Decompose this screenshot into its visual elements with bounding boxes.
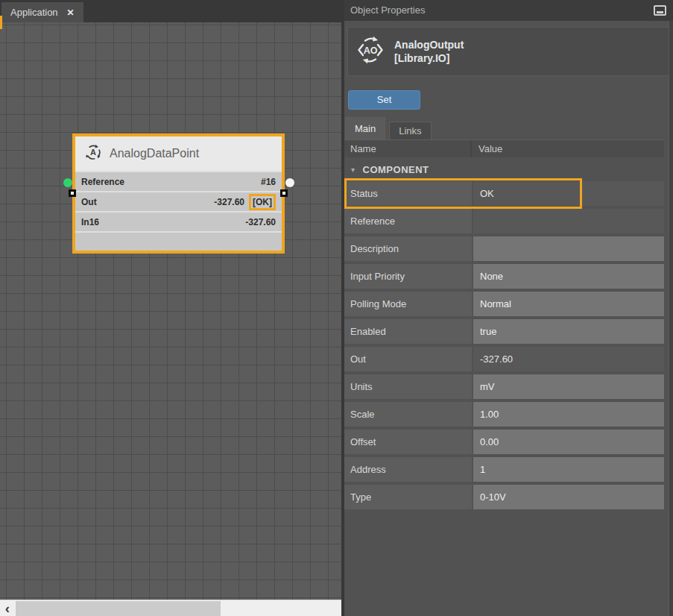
- property-name: Reference: [344, 209, 472, 233]
- property-value[interactable]: [473, 209, 664, 233]
- svg-text:A: A: [90, 148, 96, 157]
- analog-cycle-icon: A: [84, 143, 102, 164]
- object-header: AO AnalogOutput [Library.IO]: [347, 27, 670, 76]
- property-row[interactable]: Enabled true: [344, 319, 664, 344]
- analog-output-icon: AO: [356, 35, 385, 68]
- tab-close-icon[interactable]: ✕: [67, 7, 75, 18]
- property-value[interactable]: 0-10V: [473, 485, 664, 509]
- horizontal-scrollbar[interactable]: ‹: [0, 600, 341, 616]
- panel-titlebar: Object Properties: [344, 0, 673, 21]
- property-value[interactable]: 1.00: [473, 402, 664, 427]
- block-rows: Reference #16 Out -327.60 [OK] In16 -327…: [75, 172, 282, 251]
- property-row[interactable]: Input Priority None: [344, 264, 664, 289]
- wiresheet-canvas[interactable]: A AnalogDataPoint Reference #16 Out -327…: [0, 22, 341, 600]
- panel-tab-main[interactable]: Main: [345, 117, 385, 139]
- property-name: Out: [344, 347, 472, 371]
- block-slot-row: Out -327.60 [OK]: [75, 192, 282, 211]
- scroll-left-button[interactable]: ‹: [0, 600, 15, 616]
- property-row[interactable]: Out -327.60: [344, 347, 664, 371]
- block-slot-row: [75, 233, 282, 251]
- slot-value: #16: [261, 177, 276, 187]
- object-name: AnalogOutput [Library.IO]: [394, 38, 464, 65]
- property-row[interactable]: Type 0-10V: [344, 485, 664, 509]
- icon-label: AO: [364, 45, 378, 56]
- component-section-header[interactable]: ▾ COMPONENT: [344, 159, 429, 180]
- status-ok-badge: [OK]: [249, 194, 276, 210]
- property-row[interactable]: Reference: [344, 209, 664, 233]
- output-port-dot[interactable]: [285, 178, 294, 187]
- selection-handle-right[interactable]: [280, 189, 288, 197]
- section-label: COMPONENT: [363, 164, 429, 175]
- property-row[interactable]: Description: [344, 236, 664, 261]
- property-name: Status: [344, 181, 472, 206]
- slot-value: -327.60: [245, 217, 276, 227]
- property-row[interactable]: Polling Mode Normal: [344, 292, 664, 316]
- canvas-area: Application ✕: [0, 0, 341, 616]
- property-rows: Status OK Reference Description Input Pr…: [344, 181, 664, 509]
- block-header: A AnalogDataPoint: [75, 136, 282, 171]
- property-name: Offset: [344, 430, 472, 454]
- panel-title: Object Properties: [350, 4, 425, 16]
- panel-scrollbar-track[interactable]: [669, 21, 673, 616]
- slot-value: -327.60: [214, 197, 244, 207]
- property-name: Enabled: [344, 319, 472, 344]
- property-row[interactable]: Address 1: [344, 457, 664, 482]
- block-slot-row: In16 -327.60: [75, 213, 282, 231]
- slot-name: Out: [81, 197, 97, 207]
- property-row[interactable]: Units mV: [344, 374, 664, 399]
- property-name: Description: [344, 236, 472, 261]
- property-value[interactable]: -327.60: [473, 347, 664, 371]
- value-column-header: Value: [472, 140, 664, 157]
- canvas-tabbar: Application ✕: [0, 0, 341, 22]
- panel-tabs: MainLinks: [345, 117, 432, 139]
- table-header: Name Value: [344, 139, 664, 157]
- property-value[interactable]: 1: [473, 457, 664, 482]
- property-row[interactable]: Scale 1.00: [344, 402, 664, 427]
- property-row[interactable]: Status OK: [344, 181, 664, 206]
- set-button[interactable]: Set: [348, 90, 420, 110]
- property-name: Scale: [344, 402, 472, 427]
- hscrollbar-thumb[interactable]: [16, 601, 221, 616]
- property-name: Type: [344, 485, 472, 509]
- application-window: Application ✕: [0, 0, 673, 616]
- property-value[interactable]: [473, 236, 664, 261]
- property-value[interactable]: Normal: [473, 292, 664, 316]
- name-column-header: Name: [344, 140, 472, 157]
- canvas-edge-marker: [0, 16, 2, 29]
- tab-application[interactable]: Application ✕: [1, 2, 83, 22]
- property-name: Polling Mode: [344, 292, 472, 316]
- collapse-triangle-icon[interactable]: ▾: [351, 166, 356, 174]
- object-properties-panel: Object Properties AO AnalogOu: [344, 0, 673, 616]
- tab-label: Application: [10, 7, 58, 18]
- property-value[interactable]: true: [473, 319, 664, 344]
- input-port-dot[interactable]: [63, 178, 72, 187]
- block-title: AnalogDataPoint: [110, 147, 199, 160]
- property-name: Address: [344, 457, 472, 482]
- panel-tab-links[interactable]: Links: [389, 122, 431, 139]
- minimize-panel-icon[interactable]: [654, 5, 666, 16]
- analog-datapoint-block[interactable]: A AnalogDataPoint Reference #16 Out -327…: [72, 133, 285, 254]
- property-value[interactable]: OK: [473, 181, 664, 206]
- slot-name: Reference: [81, 177, 124, 187]
- block-slot-row: Reference #16: [75, 172, 282, 191]
- property-value[interactable]: 0.00: [473, 430, 664, 454]
- selection-handle-left[interactable]: [69, 189, 76, 197]
- property-value[interactable]: None: [473, 264, 664, 289]
- slot-name: In16: [81, 217, 99, 227]
- property-name: Input Priority: [344, 264, 472, 289]
- property-row[interactable]: Offset 0.00: [344, 430, 664, 454]
- property-name: Units: [344, 374, 472, 399]
- property-value[interactable]: mV: [473, 374, 664, 399]
